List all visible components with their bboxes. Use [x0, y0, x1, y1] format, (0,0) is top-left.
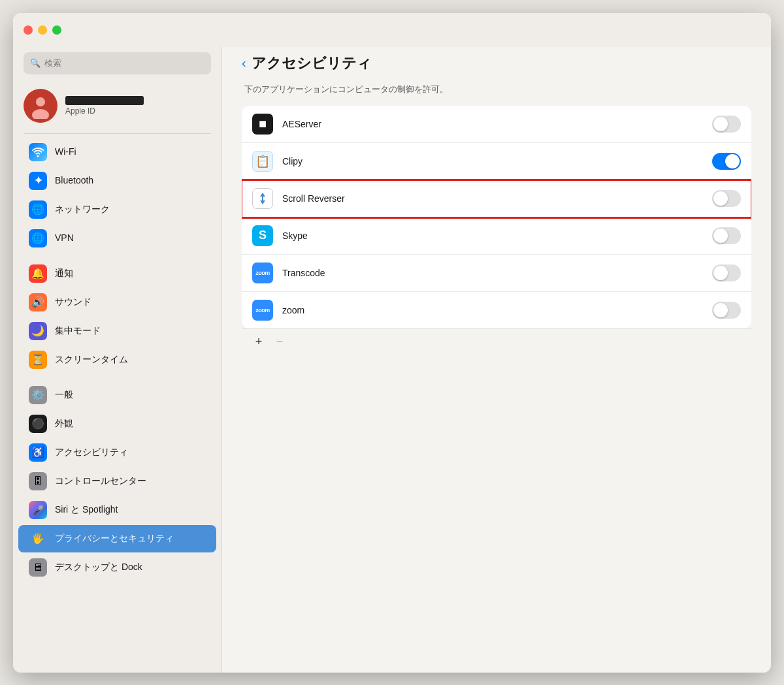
svg-point-1 [36, 97, 45, 106]
sidebar-item-general[interactable]: ⚙️ 一般 [18, 381, 216, 409]
sidebar-item-bluetooth[interactable]: ✦ Bluetooth [18, 167, 216, 195]
app-row-clipy: 📋 Clipy [242, 143, 751, 180]
sidebar-item-sound[interactable]: 🔊 サウンド [18, 289, 216, 316]
app-icon-clipy: 📋 [252, 151, 273, 172]
apple-id-name-redacted [65, 96, 144, 105]
sidebar: 🔍 Apple ID [13, 13, 222, 673]
sidebar-item-appearance[interactable]: ⚫ 外観 [18, 410, 216, 438]
group-spacer-1 [13, 253, 221, 259]
apple-id-label: Apple ID [65, 106, 144, 116]
sidebar-item-label-privacy: プライバシーとセキュリティ [55, 533, 174, 544]
app-name-skype: Skype [282, 231, 703, 241]
app-name-transcode: Transcode [282, 268, 703, 278]
sidebar-item-vpn[interactable]: 🌐 VPN [18, 225, 216, 252]
toggle-skype[interactable] [712, 227, 741, 244]
app-list: ■ AEServer 📋 Clipy [242, 106, 751, 328]
close-button[interactable] [24, 25, 33, 35]
sidebar-item-label-network: ネットワーク [55, 204, 110, 215]
avatar [24, 89, 57, 123]
add-app-button[interactable]: + [250, 333, 268, 351]
sidebar-item-label-control: コントロールセンター [55, 475, 146, 486]
sidebar-item-desktop[interactable]: 🖥 デスクトップと Dock [18, 554, 216, 581]
control-icon: 🎛 [29, 472, 47, 490]
app-list-container: ■ AEServer 📋 Clipy [242, 106, 751, 355]
sidebar-item-label-desktop: デスクトップと Dock [55, 562, 142, 573]
sidebar-item-accessibility[interactable]: ♿ アクセシビリティ [18, 439, 216, 466]
app-icon-aeserver: ■ [252, 114, 273, 135]
toggle-zoom[interactable] [712, 302, 741, 319]
search-input[interactable] [44, 58, 204, 68]
toggle-scroll-reverser[interactable] [712, 190, 741, 207]
app-row-skype: S Skype [242, 217, 751, 255]
sidebar-item-focus[interactable]: 🌙 集中モード [18, 317, 216, 345]
sidebar-item-label-siri: Siri と Spotlight [55, 504, 118, 515]
minimize-button[interactable] [38, 25, 47, 35]
sidebar-item-screen-time[interactable]: ⏳ スクリーンタイム [18, 346, 216, 374]
sidebar-item-siri[interactable]: 🎤 Siri と Spotlight [18, 496, 216, 524]
app-row-scroll-reverser: Scroll Reverser [242, 180, 751, 217]
toggle-aeserver[interactable] [712, 116, 741, 133]
list-actions: + − [242, 328, 751, 355]
sidebar-item-label-screen-time: スクリーンタイム [55, 354, 128, 365]
description-text: 下のアプリケーションにコンピュータの制御を許可。 [242, 84, 751, 95]
svg-rect-5 [262, 197, 263, 200]
sidebar-item-label-notify: 通知 [55, 268, 73, 279]
sidebar-item-label-focus: 集中モード [55, 325, 101, 336]
focus-icon: 🌙 [29, 322, 47, 340]
sidebar-item-privacy[interactable]: 🖐 プライバシーとセキュリティ [18, 525, 216, 552]
title-bar [13, 13, 771, 47]
app-icon-transcode: zoom [252, 263, 273, 283]
toggle-knob-zoom [713, 303, 728, 317]
toggle-knob-aeserver [713, 117, 728, 131]
search-bar[interactable]: 🔍 [24, 52, 211, 74]
sidebar-item-label-vpn: VPN [55, 232, 74, 244]
toggle-knob-clipy [725, 154, 740, 168]
window: 🔍 Apple ID [13, 13, 771, 673]
sidebar-item-control[interactable]: 🎛 コントロールセンター [18, 468, 216, 495]
toggle-transcode[interactable] [712, 264, 741, 281]
sidebar-item-label-appearance: 外観 [55, 418, 73, 429]
maximize-button[interactable] [52, 25, 61, 35]
privacy-icon: 🖐 [29, 530, 47, 548]
siri-icon: 🎤 [29, 501, 47, 519]
sidebar-item-network[interactable]: 🌐 ネットワーク [18, 196, 216, 223]
sidebar-item-wifi[interactable]: Wi-Fi [18, 138, 216, 166]
wifi-icon [29, 143, 47, 161]
svg-marker-4 [260, 200, 265, 204]
toggle-knob-skype [713, 229, 728, 243]
app-row-zoom: zoom zoom [242, 292, 751, 328]
main-panel: ‹ アクセシビリティ 下のアプリケーションにコンピュータの制御を許可。 ■ AE… [222, 13, 771, 673]
toggle-clipy[interactable] [712, 153, 741, 170]
network-icon: 🌐 [29, 200, 47, 219]
app-icon-zoom: zoom [252, 300, 273, 321]
toggle-knob-transcode [713, 266, 728, 280]
app-name-aeserver: AEServer [282, 119, 703, 129]
sidebar-item-label-wifi: Wi-Fi [55, 146, 76, 157]
remove-app-button[interactable]: − [270, 333, 289, 351]
general-icon: ⚙️ [29, 386, 47, 404]
app-name-zoom: zoom [282, 305, 703, 315]
desktop-icon: 🖥 [29, 558, 47, 577]
app-name-scroll-reverser: Scroll Reverser [282, 193, 703, 204]
sidebar-item-label-sound: サウンド [55, 296, 91, 308]
screen-time-icon: ⏳ [29, 351, 47, 369]
app-icon-scroll-reverser [252, 188, 273, 209]
svg-marker-3 [260, 193, 265, 197]
apple-id-row[interactable]: Apple ID [13, 82, 221, 129]
content-area: 下のアプリケーションにコンピュータの制御を許可。 ■ AEServer [222, 84, 771, 673]
bluetooth-icon: ✦ [29, 172, 47, 190]
app-icon-skype: S [252, 225, 273, 246]
divider-1 [24, 133, 211, 134]
page-title: アクセシビリティ [252, 54, 372, 73]
main-header: ‹ アクセシビリティ [222, 47, 771, 84]
sidebar-item-notify[interactable]: 🔔 通知 [18, 260, 216, 287]
back-button[interactable]: ‹ [242, 56, 246, 71]
appearance-icon: ⚫ [29, 415, 47, 433]
vpn-icon: 🌐 [29, 229, 47, 247]
sidebar-item-label-accessibility: アクセシビリティ [55, 447, 128, 458]
traffic-lights [24, 25, 61, 35]
notify-icon: 🔔 [29, 264, 47, 283]
group-spacer-2 [13, 374, 221, 381]
app-name-clipy: Clipy [282, 156, 703, 167]
sidebar-item-label-bluetooth: Bluetooth [55, 175, 93, 186]
